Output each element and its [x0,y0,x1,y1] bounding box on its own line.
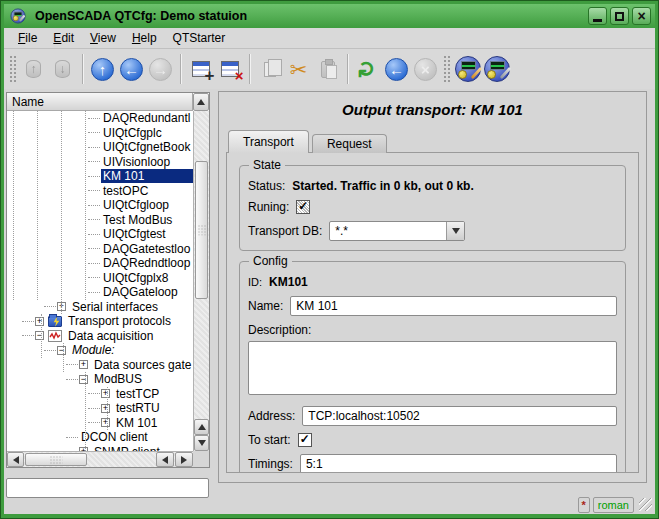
titlebar[interactable]: OpenSCADA QTCfg: Demo statuion × [4,4,655,28]
description-textarea[interactable] [248,341,617,395]
tree-item-daqredndtloop[interactable]: DAQRedndtloop [8,256,193,271]
tree-item-uiqtcfgnetbook[interactable]: UIQtCfgnetBook [8,140,193,155]
tree-vscroll-up-button[interactable] [193,93,209,111]
circle-arrow-right-icon: → [149,58,172,81]
hscroll-thumb[interactable] [25,453,87,466]
tree-item-data-acquisition[interactable]: −Data acquisition [8,329,193,344]
tree-hscroll-right-button[interactable] [175,452,193,467]
menu-file[interactable]: File [10,29,45,47]
menu-edit[interactable]: Edit [45,29,82,47]
tree-item-test-modbus[interactable]: Test ModBus [8,213,193,228]
add-item-button[interactable]: + [186,54,215,84]
expand-plus-icon[interactable]: + [101,404,110,413]
back-button[interactable]: ← [117,54,146,84]
tabbar: Transport Request [228,130,390,153]
tree-item-uiqtcfgloop[interactable]: UIQtCfgloop [8,198,193,213]
menu-qtstarter[interactable]: QTStarter [165,29,234,47]
tree-hscroll-left-button[interactable] [7,452,24,467]
tree-vertical-scrollbar[interactable] [193,111,209,451]
tree-item-daqredundantl[interactable]: DAQRedundantl [8,111,193,126]
tree-item-label: UIQtCfgplc [101,126,164,140]
user-badge[interactable]: roman [593,497,634,513]
minimize-button[interactable] [588,7,607,25]
menu-help[interactable]: Help [124,29,165,47]
tree-item-km-101[interactable]: KM 101 [8,169,193,184]
tree-item-uiqtcfgtest[interactable]: UIQtCfgtest [8,227,193,242]
tree-item-data-sources-gate[interactable]: +Data sources gate [8,358,193,373]
circle-x-icon: × [414,58,437,81]
name-input[interactable] [290,296,617,316]
collapse-minus-icon[interactable]: − [35,331,44,340]
menubar: FileEditViewHelpQTStarter [4,28,655,49]
refresh-button[interactable]: ↻ [353,54,382,84]
tree-item-label: Data sources gate [92,358,193,372]
expand-plus-icon[interactable]: + [35,317,44,326]
transport-db-select[interactable]: *.* [329,221,465,241]
tree-vscroll-up-button-2[interactable] [194,419,209,435]
running-checkbox[interactable] [296,200,310,214]
tree-vscroll-down-button[interactable] [194,435,209,451]
forward-button: → [146,54,175,84]
tree-item-testtcp[interactable]: +testTCP [8,387,193,402]
expand-plus-icon[interactable]: + [79,360,88,369]
maximize-button[interactable] [610,7,629,25]
tree-item-label: DAQRedundantl [101,111,192,125]
toolbar-grip[interactable] [9,54,16,84]
tab-transport[interactable]: Transport [228,130,309,153]
menu-view[interactable]: View [82,29,124,47]
expand-plus-icon[interactable]: + [101,418,110,427]
tree-item-uivisionloop[interactable]: UIVisionloop [8,155,193,170]
tree-item-daqgatetestloo[interactable]: DAQGatetestloo [8,242,193,257]
toolbar-grip[interactable] [443,54,450,84]
tree-item-module-[interactable]: −Module: [8,343,193,358]
tree-header-name-column[interactable]: Name [7,93,193,111]
collapse-minus-icon[interactable]: − [79,375,88,384]
save-to-db-button: ↓ [48,54,77,84]
tree-item-modbus[interactable]: −ModBUS [8,372,193,387]
tree-item-uiqtcfgplx8[interactable]: UIQtCfgplx8 [8,271,193,286]
vision-starter-button[interactable] [482,54,511,84]
screen-wrench-icon [484,56,510,82]
id-label: ID: [248,276,262,288]
resize-grip-icon[interactable] [639,498,652,511]
delete-item-button[interactable]: × [215,54,244,84]
transport-db-label: Transport DB: [248,224,322,238]
collapse-minus-icon[interactable]: − [57,346,66,355]
expand-plus-icon[interactable]: + [101,389,110,398]
toolbar-separator [180,54,181,84]
database-up-icon: ↑ [26,60,41,78]
vscroll-thumb[interactable] [195,161,208,299]
window-title: OpenSCADA QTCfg: Demo statuion [35,9,585,23]
tree-item-dcon-client[interactable]: DCON client [8,430,193,445]
tree-item-serial-interfaces[interactable]: +Serial interfaces [8,300,193,315]
tab-request[interactable]: Request [312,134,387,153]
qtcfg-starter-button[interactable] [453,54,482,84]
tree-hscroll-left-button-2[interactable] [156,452,174,467]
start-button[interactable]: ← [382,54,411,84]
address-input[interactable] [302,406,617,426]
tree-item-daqgateloop[interactable]: DAQGateloop [8,285,193,300]
tree-connector [22,335,34,336]
timings-input[interactable] [300,454,617,473]
arrow-left-icon [162,456,168,464]
tree-item-uiqtcfgplc[interactable]: UIQtCfgplc [8,126,193,141]
tree-item-transport-protocols[interactable]: +Transport protocols [8,314,193,329]
tree-item-km-101[interactable]: +KM 101 [8,416,193,431]
status-label: Status: [248,179,285,193]
tree-item-testopc[interactable]: testOPC [8,184,193,199]
cut-item-button[interactable]: ✂ [284,54,313,84]
combo-dropdown-button[interactable] [446,222,464,240]
up-button[interactable]: ↑ [88,54,117,84]
tree-item-testrtu[interactable]: +testRTU [8,401,193,416]
circle-arrow-left-blue-icon: ← [385,58,408,81]
config-panel: Output transport: KM 101 Transport Reque… [218,91,647,483]
tree-horizontal-scrollbar[interactable] [7,451,193,467]
thumb-grip-icon [50,455,63,464]
database-down-icon: ↓ [55,60,70,78]
tree-item-label: UIQtCfgloop [101,198,171,212]
tree-item-label: KM 101 [101,169,193,183]
close-button[interactable]: × [632,7,651,25]
tree-connector [88,118,100,119]
tree-item-label: DCON client [79,430,150,444]
to-start-checkbox[interactable] [298,433,312,447]
